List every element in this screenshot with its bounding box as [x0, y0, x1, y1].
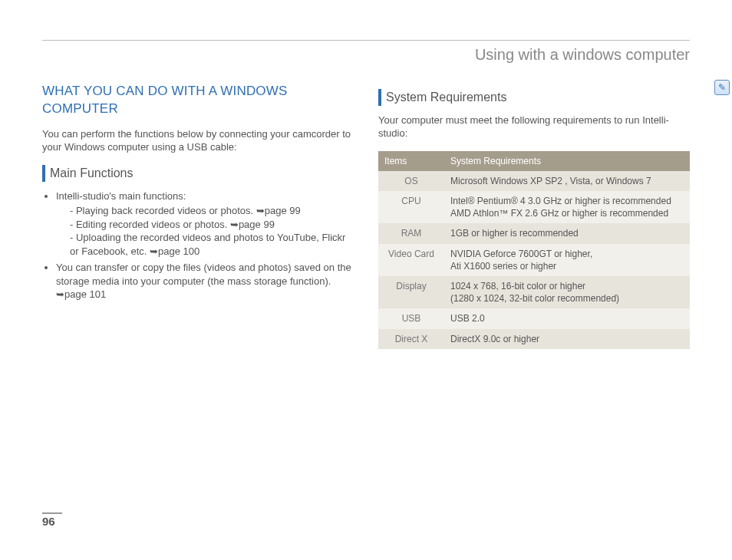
- req-line: AMD Athlon™ FX 2.6 GHz or higher is reco…: [450, 208, 668, 219]
- list-text: Uploading the recorded videos and photos…: [70, 232, 345, 257]
- req-label: OS: [378, 171, 444, 191]
- note-icon: ✎: [714, 80, 730, 95]
- table-header-row: Items System Requirements: [378, 151, 690, 171]
- list-text: Editing recorded videos or photos.: [76, 219, 227, 230]
- req-line: NVIDIA Geforce 7600GT or higher,: [450, 249, 592, 259]
- subsection-heading: System Requirements: [378, 89, 690, 106]
- col-header: Items: [378, 151, 444, 171]
- list-text: You can transfer or copy the files (vide…: [56, 262, 351, 287]
- col-header: System Requirements: [444, 151, 690, 171]
- page-ref: ➥page 101: [56, 288, 106, 300]
- page-header-title: Using with a windows computer: [475, 44, 690, 65]
- req-value: NVIDIA Geforce 7600GT or higher, Ati X16…: [444, 244, 690, 276]
- list-item: You can transfer or copy the files (vide…: [56, 261, 354, 301]
- req-value: Intel® Pentium® 4 3.0 GHz or higher is r…: [444, 191, 690, 223]
- content-columns: WHAT YOU CAN DO WITH A WINDOWS COMPUTER …: [42, 80, 690, 495]
- page-ref: ➥page 99: [256, 205, 301, 216]
- req-line: Intel® Pentium® 4 3.0 GHz or higher is r…: [450, 196, 671, 206]
- req-line: Ati X1600 series or higher: [450, 261, 556, 272]
- subsection-heading: Main Functions: [42, 165, 354, 182]
- table-row: Display 1024 x 768, 16-bit color or high…: [378, 276, 690, 308]
- system-requirements-table: Items System Requirements OS Microsoft W…: [378, 151, 690, 349]
- list-item: Uploading the recorded videos and photos…: [70, 231, 354, 258]
- req-label: Display: [378, 276, 444, 308]
- table-row: RAM 1GB or higher is recommended: [378, 223, 690, 243]
- req-value: 1GB or higher is recommended: [444, 223, 690, 243]
- header-rule: [42, 40, 690, 41]
- req-label: USB: [378, 308, 444, 328]
- table-row: Direct X DirectX 9.0c or higher: [378, 329, 690, 349]
- list-text: Intelli-studio's main functions:: [56, 190, 186, 202]
- req-label: RAM: [378, 223, 444, 243]
- req-label: Video Card: [378, 244, 444, 276]
- page-ref: ➥page 100: [150, 245, 199, 257]
- table-row: OS Microsoft Windows XP SP2 , Vista, or …: [378, 171, 690, 191]
- table-row: Video Card NVIDIA Geforce 7600GT or high…: [378, 244, 690, 276]
- sub-list: Playing back recorded videos or photos. …: [56, 204, 354, 258]
- req-value: Microsoft Windows XP SP2 , Vista, or Win…: [444, 171, 690, 191]
- page-number: 96: [42, 514, 55, 529]
- req-line: 1024 x 768, 16-bit color or higher: [450, 281, 585, 292]
- req-line: (1280 x 1024, 32-bit color recommended): [450, 293, 619, 304]
- req-label: Direct X: [378, 329, 444, 349]
- req-value: 1024 x 768, 16-bit color or higher (1280…: [444, 276, 690, 308]
- req-value: USB 2.0: [444, 308, 690, 328]
- table-row: USB USB 2.0: [378, 308, 690, 328]
- req-label: CPU: [378, 191, 444, 223]
- main-functions-list: Intelli-studio's main functions: Playing…: [42, 189, 354, 301]
- req-value: DirectX 9.0c or higher: [444, 329, 690, 349]
- table-row: CPU Intel® Pentium® 4 3.0 GHz or higher …: [378, 191, 690, 223]
- section-intro: Your computer must meet the following re…: [378, 114, 690, 140]
- list-item: Editing recorded videos or photos. ➥page…: [70, 218, 354, 232]
- note-block: ✎ System requirements mentioned above ar…: [714, 80, 732, 242]
- list-item: Playing back recorded videos or photos. …: [70, 204, 354, 218]
- section-intro: You can perform the functions below by c…: [42, 127, 354, 154]
- list-text: Playing back recorded videos or photos.: [76, 205, 253, 216]
- section-heading: WHAT YOU CAN DO WITH A WINDOWS COMPUTER: [42, 83, 354, 118]
- manual-page: Using with a windows computer WHAT YOU C…: [0, 0, 732, 560]
- list-item: Intelli-studio's main functions: Playing…: [56, 189, 354, 259]
- page-ref: ➥page 99: [230, 219, 275, 230]
